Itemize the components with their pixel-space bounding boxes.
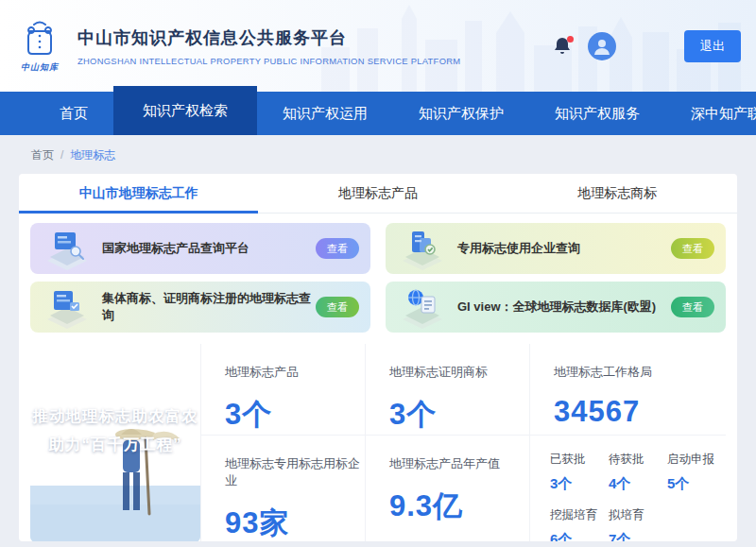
jar-logo-icon <box>22 19 58 57</box>
banner-line2: 助力“百千万工程” <box>30 430 200 458</box>
stat-label: 地理标志证明商标 <box>389 364 529 381</box>
stat-value: 3个 <box>225 395 365 435</box>
tab-gi-trademarks[interactable]: 地理标志商标 <box>498 174 737 213</box>
sub-stat-value: 6个 <box>550 531 609 541</box>
stat-label: 地理标志专用标志用标企业 <box>225 455 365 489</box>
sub-stat-label: 待获批 <box>609 452 667 468</box>
link-card-gi-view-database[interactable]: GI view：全球地理标志数据库(欧盟) 查看 <box>386 282 726 333</box>
sub-stat-label: 挖掘培育 <box>550 507 609 523</box>
sub-stat-exploring-cultivation: 挖掘培育 6个 <box>550 507 609 541</box>
stat-mark-using-enterprises: 地理标志专用标志用标企业 93家 <box>200 435 365 541</box>
breadcrumb-home[interactable]: 首页 <box>31 148 54 162</box>
stat-gi-certification-trademarks: 地理标志证明商标 3个 <box>365 344 529 435</box>
globe-database-3d-icon <box>397 285 448 329</box>
stat-gi-work-pattern: 地理标志工作格局 34567 <box>529 344 726 435</box>
header-actions: 退出 <box>554 30 741 62</box>
stat-value: 9.3亿 <box>389 487 529 526</box>
content-card: 中山市地理标志工作 地理标志产品 地理标志商标 国家地理标志产品查询平台 查看 <box>19 174 737 541</box>
view-button-gi-view[interactable]: 查看 <box>671 297 714 317</box>
enterprise-query-3d-icon <box>397 227 448 270</box>
nav-item-ip-search[interactable]: 知识产权检索 <box>113 86 257 135</box>
stat-label: 地理标志产品年产值 <box>389 455 529 472</box>
sub-stat-value: 3个 <box>550 475 609 493</box>
tab-zhongshan-gi-work[interactable]: 中山市地理标志工作 <box>19 174 258 213</box>
sub-stat-application-started: 启动申报 5个 <box>667 452 726 493</box>
logo-text: 中山知库 <box>13 61 66 74</box>
search-platform-3d-icon <box>42 227 93 270</box>
link-card-label: 国家地理标志产品查询平台 <box>102 240 316 257</box>
site-logo: 中山知库 <box>13 19 66 74</box>
link-card-collective-trademark-query[interactable]: 集体商标、证明商标注册的地理标志查询 查看 <box>30 282 370 333</box>
stat-label: 地理标志工作格局 <box>554 364 726 381</box>
link-card-special-mark-enterprises[interactable]: 专用标志使用企业查询 查看 <box>386 223 726 274</box>
notification-dot <box>567 36 574 43</box>
stat-gi-products: 地理标志产品 3个 <box>200 344 365 435</box>
sub-stat-row: 已获批 3个 待获批 4个 启动申报 5个 <box>550 452 726 493</box>
notification-bell-icon[interactable] <box>554 36 573 57</box>
sub-stat-planned-cultivation: 拟培育 7个 <box>609 507 667 541</box>
nav-item-ip-protection[interactable]: 知识产权保护 <box>393 92 529 135</box>
user-avatar[interactable] <box>588 32 616 60</box>
nav-item-ip-service[interactable]: 知识产权服务 <box>529 92 665 135</box>
sub-stat-label: 拟培育 <box>609 507 667 523</box>
link-card-label: GI view：全球地理标志数据库(欧盟) <box>457 299 671 316</box>
sub-stat-approved: 已获批 3个 <box>550 452 609 493</box>
sub-stat-row: 挖掘培育 6个 拟培育 7个 <box>550 507 726 541</box>
trademark-query-3d-icon <box>42 285 93 329</box>
site-subtitle: ZHONGSHAN INTELLECTUAL PROPERTY PUBLIC I… <box>77 56 460 66</box>
banner-line1: 推动地理标志助农富农 <box>30 402 200 430</box>
tab-gi-products[interactable]: 地理标志产品 <box>258 174 497 213</box>
breadcrumb-separator: / <box>60 148 63 162</box>
main-nav: 首页 知识产权检索 知识产权运用 知识产权保护 知识产权服务 深中知产联动 <box>0 92 756 135</box>
stats-grid: 地理标志产品 3个 地理标志证明商标 3个 地理标志工作格局 34567 地理标… <box>200 344 726 541</box>
link-card-label: 专用标志使用企业查询 <box>457 240 671 257</box>
nav-item-ip-utilization[interactable]: 知识产权运用 <box>257 92 393 135</box>
stat-value: 34567 <box>554 395 726 429</box>
logout-button[interactable]: 退出 <box>684 30 741 62</box>
nav-item-home[interactable]: 首页 <box>34 92 113 135</box>
link-card-label: 集体商标、证明商标注册的地理标志查询 <box>102 290 316 324</box>
stat-value: 3个 <box>389 395 529 435</box>
breadcrumb-current: 地理标志 <box>70 148 115 162</box>
stat-label: 地理标志产品 <box>225 364 365 381</box>
sub-stat-label: 已获批 <box>550 452 609 468</box>
stats-section: 推动地理标志助农富农 助力“百千万工程” 地理标志产品 3个 地理标志证明商标 … <box>30 344 726 541</box>
view-button-special-mark[interactable]: 查看 <box>671 238 714 259</box>
nav-item-shenzhong-linkage[interactable]: 深中知产联动 <box>665 92 756 135</box>
banner-slogan: 推动地理标志助农富农 助力“百千万工程” <box>30 402 200 458</box>
breadcrumb: 首页/地理标志 <box>0 135 756 172</box>
site-title: 中山市知识产权信息公共服务平台 <box>77 26 460 49</box>
promo-banner: 推动地理标志助农富农 助力“百千万工程” <box>30 344 200 541</box>
tab-bar: 中山市地理标志工作 地理标志产品 地理标志商标 <box>19 174 737 214</box>
sub-stat-value: 7个 <box>609 531 667 541</box>
stat-cultivation-breakdown: 已获批 3个 待获批 4个 启动申报 5个 挖掘培育 6个 <box>529 435 726 541</box>
view-button-collective-trademark[interactable]: 查看 <box>316 297 359 317</box>
sub-stat-pending-approval: 待获批 4个 <box>609 452 667 493</box>
view-button-national-gi[interactable]: 查看 <box>316 238 359 259</box>
sub-stat-value: 4个 <box>609 475 667 493</box>
stat-value: 93家 <box>225 504 365 541</box>
quick-links: 国家地理标志产品查询平台 查看 专用标志使用企业查询 查看 <box>19 214 737 338</box>
link-card-national-gi-platform[interactable]: 国家地理标志产品查询平台 查看 <box>30 223 370 274</box>
site-header: 中山知库 中山市知识产权信息公共服务平台 ZHONGSHAN INTELLECT… <box>0 0 756 92</box>
title-block: 中山市知识产权信息公共服务平台 ZHONGSHAN INTELLECTUAL P… <box>77 26 460 66</box>
sub-stat-value: 5个 <box>667 475 726 493</box>
sub-stat-label: 启动申报 <box>667 452 726 468</box>
stat-annual-output-value: 地理标志产品年产值 9.3亿 <box>365 435 529 541</box>
